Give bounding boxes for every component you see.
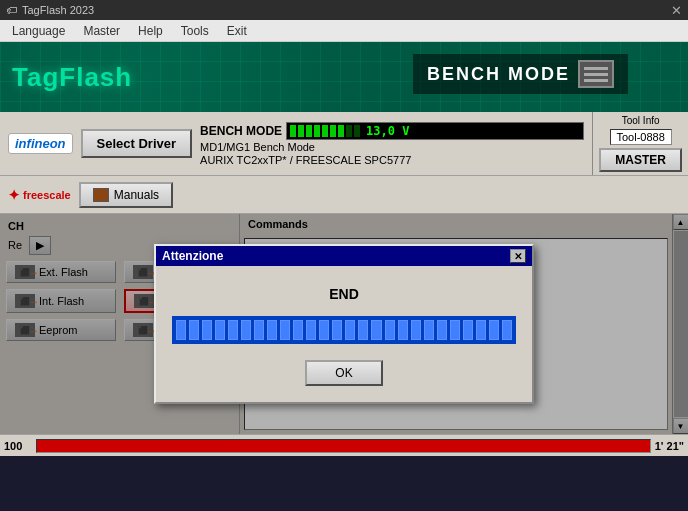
logo-prefix: Tag (12, 62, 59, 92)
bench-mode-text: BENCH MODE (427, 64, 570, 85)
modal-ok-button[interactable]: OK (305, 360, 382, 386)
progress-segment (254, 320, 264, 340)
progress-segment (215, 320, 225, 340)
menu-bar: Language Master Help Tools Exit (0, 20, 688, 42)
progress-segment (280, 320, 290, 340)
progress-segment (358, 320, 368, 340)
bottom-bar: 100 1' 21" (0, 434, 688, 456)
progress-segment (463, 320, 473, 340)
aurix-info: AURIX TC2xxTP* / FREESCALE SPC5777 (200, 154, 584, 166)
infineon-logo: infineon (8, 133, 73, 154)
modal-end-label: END (172, 286, 516, 302)
progress-segment (398, 320, 408, 340)
main-area: CH Re ▶ ⬛ → Ext. Flash ⬛ → Ext. Flash (0, 214, 688, 434)
freescale-star: ✦ (8, 187, 20, 203)
progress-segment (345, 320, 355, 340)
progress-segment (424, 320, 434, 340)
freescale-logo: ✦ freescale (8, 187, 71, 203)
time-display: 1' 21" (655, 440, 684, 452)
progress-fill (37, 440, 650, 452)
progress-segment (385, 320, 395, 340)
progress-segment (371, 320, 381, 340)
freescale-text: freescale (23, 189, 71, 201)
progress-segment (319, 320, 329, 340)
menu-language[interactable]: Language (8, 23, 69, 39)
modal-overlay: Attenzione ✕ END OK (0, 214, 688, 434)
header: TagFlash BENCH MODE (0, 42, 688, 112)
progress-percent: 100 (4, 440, 32, 452)
progress-segment (241, 320, 251, 340)
md1-info: MD1/MG1 Bench Mode (200, 141, 584, 153)
menu-tools[interactable]: Tools (177, 23, 213, 39)
toolbar-row1: infineon Select Driver BENCH MODE (0, 112, 688, 176)
progress-segment (437, 320, 447, 340)
progress-segment (476, 320, 486, 340)
manuals-button[interactable]: Manuals (79, 182, 173, 208)
progress-segment (228, 320, 238, 340)
bench-mode-info-label: BENCH MODE (200, 124, 282, 138)
progress-segment (450, 320, 460, 340)
select-driver-button[interactable]: Select Driver (81, 129, 193, 158)
bench-icon (578, 60, 614, 88)
voltage-display: 13,0 V (286, 122, 584, 140)
modal-titlebar: Attenzione ✕ (156, 246, 532, 266)
progress-segment (202, 320, 212, 340)
title-bar: 🏷 TagFlash 2023 ✕ (0, 0, 688, 20)
voltage-value: 13,0 V (366, 124, 409, 138)
bench-mode-badge: BENCH MODE (413, 54, 628, 94)
menu-exit[interactable]: Exit (223, 23, 251, 39)
right-tool-panel: Tool Info Tool-0888 MASTER (592, 112, 688, 175)
modal-dialog: Attenzione ✕ END OK (154, 244, 534, 404)
master-button[interactable]: MASTER (599, 148, 682, 172)
toolbar-row2: ✦ freescale Manuals (0, 176, 688, 214)
progress-segment (176, 320, 186, 340)
book-icon (93, 188, 109, 202)
infineon-text: infineon (15, 136, 66, 151)
modal-close-button[interactable]: ✕ (510, 249, 526, 263)
progress-segment (332, 320, 342, 340)
progress-segment (489, 320, 499, 340)
progress-segment (502, 320, 512, 340)
title-bar-text: TagFlash 2023 (22, 4, 94, 16)
progress-segment (306, 320, 316, 340)
modal-body: END OK (156, 266, 532, 402)
progress-segment (411, 320, 421, 340)
menu-help[interactable]: Help (134, 23, 167, 39)
window-close-button[interactable]: ✕ (671, 3, 682, 18)
app-icon: 🏷 (6, 4, 17, 16)
logo-suffix: Flash (59, 62, 132, 92)
progress-segment (293, 320, 303, 340)
menu-master[interactable]: Master (79, 23, 124, 39)
tool-id: Tool-0888 (610, 129, 672, 145)
manuals-label: Manuals (114, 188, 159, 202)
progress-segment (267, 320, 277, 340)
progress-container (36, 439, 651, 453)
modal-title: Attenzione (162, 249, 223, 263)
tool-info-label: Tool Info (622, 115, 660, 126)
progress-segment (189, 320, 199, 340)
voltage-bar (290, 125, 360, 137)
modal-progress-bar (172, 316, 516, 344)
app-logo: TagFlash (12, 62, 132, 93)
